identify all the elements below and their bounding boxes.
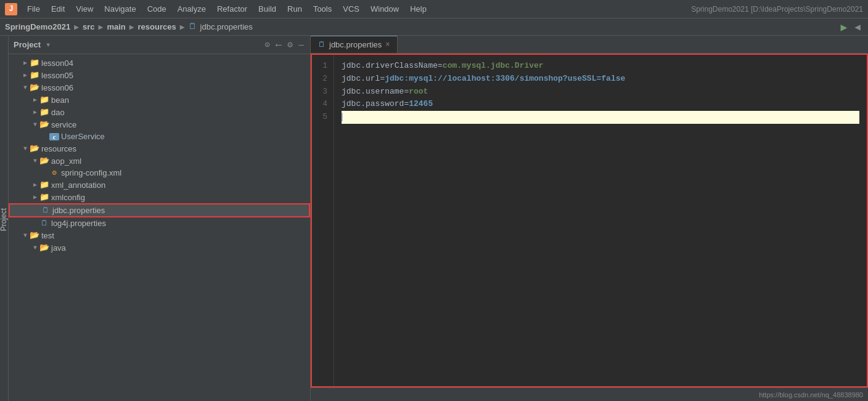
menu-view[interactable]: View: [71, 3, 98, 15]
folder-icon-service: 📂: [39, 119, 49, 129]
code-editor[interactable]: 1 2 3 4 5 jdbc.driverClassName=com.mysql…: [311, 54, 868, 387]
key-1: jdbc.driverClassName=: [342, 61, 443, 70]
arrow-bean: ▶: [31, 96, 39, 103]
label-test-java: java: [51, 243, 66, 253]
folder-icon-lesson05: 📁: [30, 70, 39, 80]
menu-vcs[interactable]: VCS: [338, 3, 364, 15]
label-test: test: [41, 231, 54, 240]
tree-item-log4j-properties[interactable]: 🗒 log4j.properties: [9, 217, 310, 229]
bc-project[interactable]: SpringDemo2021: [5, 22, 70, 31]
tree-item-dao[interactable]: ▶ 📁 dao: [9, 106, 310, 118]
arrow-lesson04: ▶: [21, 59, 30, 67]
menu-file[interactable]: File: [22, 3, 45, 15]
label-lesson05: lesson05: [41, 71, 73, 80]
label-xml-annotation: xml_annotation: [51, 180, 105, 190]
arrow-test-java: ▼: [31, 245, 39, 251]
locate-icon[interactable]: ⊙: [263, 38, 271, 51]
sidebar-panel: Project Project ▾ ⊙ ⟵ ⚙ — ▶ 📁 lesson04: [0, 36, 311, 401]
tree-item-lesson06[interactable]: ▼ 📂 lesson06: [9, 81, 310, 94]
label-jdbc-properties: jdbc.properties: [52, 206, 105, 215]
tree-item-bean[interactable]: ▶ 📁 bean: [9, 94, 310, 106]
folder-icon-dao: 📁: [39, 107, 49, 117]
tree-item-lesson04[interactable]: ▶ 📁 lesson04: [9, 57, 310, 69]
menu-bar: J File Edit View Navigate Code Analyze R…: [0, 0, 868, 18]
menu-navigate[interactable]: Navigate: [99, 3, 141, 15]
bc-sep2: ▶: [99, 22, 104, 32]
tree-item-xml-annotation[interactable]: ▶ 📁 xml_annotation: [9, 179, 310, 191]
tab-props-icon: 🗒: [318, 40, 326, 49]
arrow-service: ▼: [31, 121, 39, 128]
navigate-forward-button[interactable]: ▶: [838, 20, 850, 34]
folder-icon-xmlconfig: 📁: [39, 192, 49, 202]
menu-window[interactable]: Window: [366, 3, 404, 15]
tree-item-service[interactable]: ▼ 📂 service: [9, 118, 310, 131]
bc-main[interactable]: main: [107, 22, 125, 31]
line-num-4: 4: [317, 98, 327, 111]
code-line-1: jdbc.driverClassName=com.mysql.jdbc.Driv…: [342, 60, 859, 73]
tree-item-userservice[interactable]: c UserService: [9, 131, 310, 142]
label-lesson06: lesson06: [41, 83, 73, 92]
arrow-resources: ▼: [21, 145, 30, 152]
label-service: service: [51, 120, 76, 129]
bc-resources[interactable]: resources: [138, 22, 176, 31]
navigate-back-button[interactable]: ◀: [852, 21, 863, 33]
menu-build[interactable]: Build: [253, 3, 281, 15]
label-userservice: UserService: [61, 132, 105, 141]
label-bean: bean: [51, 95, 69, 105]
class-icon-userservice: c: [49, 133, 59, 140]
bc-sep4: ▶: [180, 22, 185, 32]
label-spring-config: spring-config.xml: [61, 168, 121, 177]
val-4: 12465: [409, 99, 433, 108]
editor-tab-jdbc[interactable]: 🗒 jdbc.properties ×: [311, 36, 398, 53]
key-4: jdbc.password=: [342, 99, 409, 108]
project-header-title: Project: [14, 40, 41, 49]
project-tree: ▶ 📁 lesson04 ▶ 📁 lesson05 ▼ 📂 lesson06: [9, 54, 310, 401]
xml-icon-spring: ⚙: [49, 168, 59, 177]
val-1: com.mysql.jdbc.Driver: [443, 61, 544, 70]
main-layout: Project Project ▾ ⊙ ⟵ ⚙ — ▶ 📁 lesson04: [0, 36, 868, 401]
bc-src[interactable]: src: [83, 22, 95, 31]
label-dao: dao: [51, 108, 65, 117]
tree-item-resources[interactable]: ▼ 📂 resources: [9, 142, 310, 155]
tree-item-xmlconfig[interactable]: ▶ 📁 xmlconfig: [9, 191, 310, 203]
header-dropdown-icon[interactable]: ▾: [44, 38, 52, 51]
editor-statusbar: https://blog.csdn.net/nq_48838980: [311, 387, 868, 401]
arrow-lesson06: ▼: [21, 84, 30, 91]
sidebar-tab[interactable]: Project: [0, 36, 9, 401]
val-2: jdbc:mysql://localhost:3306/simonshop?us…: [385, 74, 625, 83]
menu-analyze[interactable]: Analyze: [173, 3, 211, 15]
bc-file[interactable]: jdbc.properties: [200, 22, 253, 31]
menu-help[interactable]: Help: [405, 3, 432, 15]
project-panel-header: Project ▾ ⊙ ⟵ ⚙ —: [9, 36, 310, 54]
arrow-lesson05: ▶: [21, 71, 30, 79]
menu-run[interactable]: Run: [282, 3, 307, 15]
project-path-label: SpringDemo2021 [D:\IdeaProjects\SpringDe…: [691, 5, 863, 14]
arrow-xml-annotation: ▶: [31, 181, 39, 188]
project-tab-label[interactable]: Project: [0, 206, 8, 233]
key-3: jdbc.username=: [342, 87, 409, 96]
code-content[interactable]: jdbc.driverClassName=com.mysql.jdbc.Driv…: [334, 55, 867, 386]
menu-edit[interactable]: Edit: [46, 3, 70, 15]
folder-icon-aop-xml: 📂: [39, 156, 49, 166]
folder-icon-test: 📂: [30, 230, 39, 240]
menu-tools[interactable]: Tools: [308, 3, 337, 15]
label-xmlconfig: xmlconfig: [51, 193, 85, 202]
menu-code[interactable]: Code: [142, 3, 171, 15]
breadcrumb: SpringDemo2021 ▶ src ▶ main ▶ resources …: [0, 18, 868, 36]
arrow-dao: ▶: [31, 108, 39, 116]
tree-item-jdbc-properties[interactable]: 🗒 jdbc.properties: [9, 203, 310, 217]
arrow-aop-xml: ▼: [31, 158, 39, 164]
code-line-5: [342, 111, 859, 124]
settings-icon[interactable]: ⚙: [286, 38, 293, 51]
menu-refactor[interactable]: Refactor: [212, 3, 252, 15]
tab-close-button[interactable]: ×: [385, 41, 390, 49]
tree-item-lesson05[interactable]: ▶ 📁 lesson05: [9, 69, 310, 81]
tab-name-jdbc: jdbc.properties: [329, 40, 382, 49]
folder-icon-lesson06: 📂: [30, 83, 39, 92]
tree-item-aop-xml[interactable]: ▼ 📂 aop_xml: [9, 155, 310, 167]
tree-item-spring-config[interactable]: ⚙ spring-config.xml: [9, 167, 310, 179]
tree-item-test-java[interactable]: ▼ 📂 java: [9, 241, 310, 254]
collapse-all-icon[interactable]: ⟵: [275, 38, 282, 51]
tree-item-test[interactable]: ▼ 📂 test: [9, 229, 310, 241]
minimize-icon[interactable]: —: [298, 39, 305, 51]
